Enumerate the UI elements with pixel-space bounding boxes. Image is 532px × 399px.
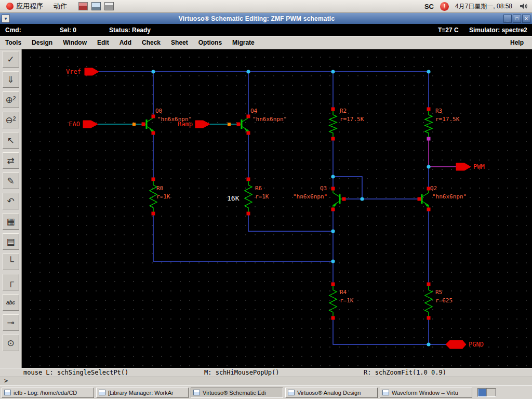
stretch-icon[interactable]: ↖ <box>3 132 19 149</box>
resistor-value-label[interactable]: r=17.5K <box>340 116 364 123</box>
note-icon[interactable]: ▤ <box>3 233 19 250</box>
resistor-R4[interactable] <box>329 284 337 318</box>
volume-icon[interactable] <box>518 2 528 11</box>
pin-label-pgnd[interactable]: PGND <box>469 341 484 348</box>
pin-label-vref[interactable]: Vref <box>66 68 81 75</box>
workspace-switcher[interactable] <box>477 388 496 397</box>
pin-label-ramp[interactable]: Ramp <box>178 121 193 128</box>
pin-label-pwm[interactable]: PWM <box>473 163 485 170</box>
resistor-value-label[interactable]: r=17.5K <box>435 116 460 123</box>
resistor-value-label[interactable]: r=1K <box>340 297 354 304</box>
printer-launcher-icon[interactable] <box>104 2 114 10</box>
minimize-button[interactable]: _ <box>503 15 512 23</box>
maximize-button[interactable]: □ <box>513 15 521 23</box>
hierarchy-count: 2 <box>524 26 527 34</box>
pin-icon[interactable]: ⊸ <box>3 314 19 331</box>
pin-eao[interactable] <box>83 121 98 128</box>
save-icon[interactable]: ⇓ <box>3 71 19 88</box>
resistor-R0[interactable] <box>150 179 157 214</box>
menu-options[interactable]: Options <box>193 36 227 49</box>
junction-dot <box>331 229 335 233</box>
pin-pwm[interactable] <box>456 163 471 170</box>
schematic-canvas[interactable]: R2r=17.5KR3r=17.5KR0r=1KR6r=1KR4r=1KR5r=… <box>22 49 532 368</box>
applications-menu[interactable]: 应用程序 <box>3 1 46 12</box>
menu-add[interactable]: Add <box>114 36 137 49</box>
taskbar-button-2[interactable]: [Library Manager: WorkAr <box>96 388 189 398</box>
menu-edit[interactable]: Edit <box>92 36 114 49</box>
resistor-name-label[interactable]: R0 <box>156 185 163 192</box>
alert-icon[interactable]: ! <box>440 2 449 11</box>
resistor-name-label[interactable]: R4 <box>340 289 347 296</box>
transistor-name-label[interactable]: Q4 <box>250 108 258 114</box>
window-titlebar[interactable]: ▾ Virtuoso® Schematic Editing: ZMF PWM s… <box>0 13 532 24</box>
pin-label-eao[interactable]: EAO <box>69 121 80 128</box>
terminal-square <box>427 137 431 141</box>
menu-migrate[interactable]: Migrate <box>227 36 260 49</box>
resistor-name-label[interactable]: R2 <box>340 108 347 114</box>
label-icon[interactable]: abc <box>3 294 19 311</box>
probe-icon[interactable]: ⊙ <box>3 335 19 351</box>
taskbar-button-4[interactable]: Virtuoso® Analog Design <box>285 388 378 398</box>
taskbar-button-1[interactable]: icfb - Log: /home/eda/CD <box>2 388 94 398</box>
menu-help[interactable]: Help <box>505 36 529 49</box>
workspace-2[interactable] <box>487 389 496 396</box>
resistor-value-label[interactable]: r=1K <box>156 193 170 200</box>
resistor-R2[interactable] <box>329 109 337 139</box>
actions-menu[interactable]: 动作 <box>50 1 70 12</box>
resistor-value-label[interactable]: r=1K <box>255 193 269 200</box>
menu-tools[interactable]: Tools <box>0 36 26 49</box>
transistor-name-label[interactable]: Q0 <box>155 108 162 114</box>
tools-launcher-icon[interactable] <box>78 2 88 10</box>
junction-dot <box>427 70 430 73</box>
resistor-value-label[interactable]: r=625 <box>435 297 453 304</box>
schematic-drawing[interactable]: R2r=17.5KR3r=17.5KR0r=1KR6r=1KR4r=1KR5r=… <box>22 49 532 368</box>
zoom-out-icon[interactable]: ⊖² <box>3 112 19 128</box>
close-button[interactable]: ✕ <box>522 15 530 23</box>
menu-design[interactable]: Design <box>26 36 58 49</box>
menu-check[interactable]: Check <box>137 36 166 49</box>
resistor-name-label[interactable]: R3 <box>435 108 442 114</box>
menu-window[interactable]: Window <box>58 36 92 49</box>
transistor-name-label[interactable]: Q3 <box>320 185 327 192</box>
transistor-model-label[interactable]: "hn6x6npn" <box>432 193 467 200</box>
panel-tray: SC ! 4月7日星期一, 08:58 <box>424 2 529 11</box>
wire-icon[interactable]: └ <box>3 254 19 270</box>
wide-wire-icon[interactable]: ┌ <box>3 274 19 290</box>
workspace-1[interactable] <box>478 389 487 396</box>
window-menu-button[interactable]: ▾ <box>2 15 10 23</box>
pencil-icon[interactable]: ✎ <box>3 172 19 189</box>
resistor-R3[interactable] <box>425 109 432 139</box>
taskbar-button-5[interactable]: Waveform Window -- Virtu <box>380 388 472 398</box>
taskbar-button-label: icfb - Log: /home/eda/CD <box>14 390 77 396</box>
note-label[interactable]: 16K <box>227 194 240 202</box>
check-icon[interactable]: ✓ <box>3 51 19 68</box>
input-method-indicator[interactable]: SC <box>424 3 434 10</box>
resistor-R5[interactable] <box>425 284 432 318</box>
transistor-model-label[interactable]: "hn6x6npn" <box>252 116 287 123</box>
clock[interactable]: 4月7日星期一, 08:58 <box>455 2 512 11</box>
junction-dot <box>331 175 335 178</box>
terminal-square <box>152 131 155 135</box>
terminal-square <box>331 283 335 286</box>
instance-icon[interactable]: ▦ <box>3 213 19 230</box>
simulator-text: Simulator: spectre <box>469 26 524 34</box>
menu-sheet[interactable]: Sheet <box>166 36 193 49</box>
resistor-name-label[interactable]: R6 <box>255 185 262 192</box>
wire[interactable] <box>153 214 333 261</box>
transistor-name-label[interactable]: Q2 <box>430 185 437 192</box>
taskbar: icfb - Log: /home/eda/CD[Library Manager… <box>0 385 532 399</box>
monitor-launcher-icon[interactable] <box>91 2 101 10</box>
pin-ramp[interactable] <box>195 121 210 128</box>
undo-icon[interactable]: ↶ <box>3 193 19 209</box>
wire[interactable] <box>333 318 447 344</box>
prompt-bar[interactable]: > <box>0 377 532 385</box>
resistor-name-label[interactable]: R5 <box>435 289 442 296</box>
taskbar-button-3[interactable]: Virtuoso® Schematic Edi <box>191 388 283 398</box>
pin-pgnd[interactable] <box>446 340 466 349</box>
zoom-in-icon[interactable]: ⊕² <box>3 91 19 108</box>
transistor-model-label[interactable]: "hn6x6npn" <box>293 193 327 200</box>
wire[interactable] <box>248 214 333 231</box>
resistor-R6[interactable] <box>245 179 252 214</box>
copy-icon[interactable]: ⇄ <box>3 152 19 169</box>
pin-vref[interactable] <box>85 68 99 75</box>
